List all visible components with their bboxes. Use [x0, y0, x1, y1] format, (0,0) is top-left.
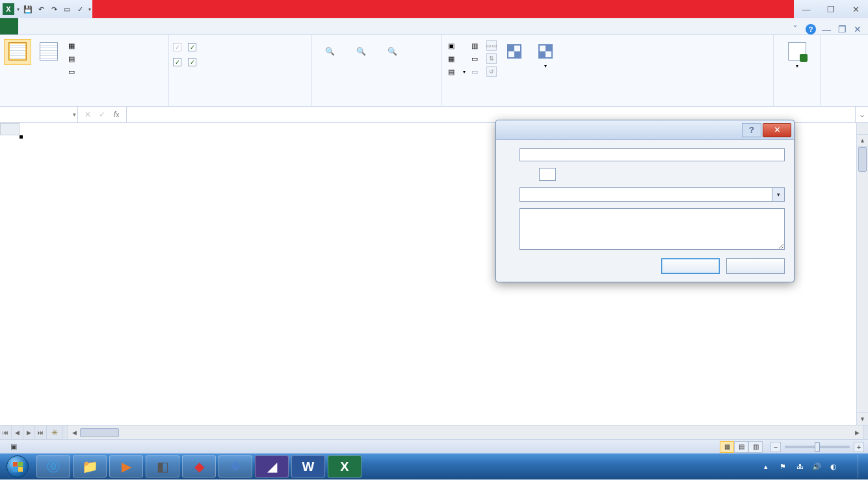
- tray-app-icon[interactable]: ◐: [828, 461, 839, 472]
- taskbar-app-icon-2[interactable]: ◆: [182, 455, 216, 478]
- new-sheet-button[interactable]: ✳: [47, 425, 62, 439]
- fx-icon[interactable]: fx: [111, 109, 122, 120]
- tray-flag-icon[interactable]: ⚑: [777, 461, 789, 472]
- macros-button[interactable]: ▾: [783, 39, 811, 71]
- arrange-all-button[interactable]: ▦: [446, 53, 466, 64]
- tray-show-hidden-icon[interactable]: ▴: [760, 461, 772, 472]
- gridlines-checkbox[interactable]: ✓: [173, 58, 181, 66]
- dialog-help-button[interactable]: ?: [742, 123, 761, 137]
- fx-enter-icon[interactable]: ✓: [96, 109, 108, 120]
- workbook-close-button[interactable]: ✕: [852, 24, 863, 34]
- hscroll-split-handle[interactable]: [863, 425, 868, 439]
- tray-network-icon[interactable]: 🖧: [794, 461, 806, 472]
- qat-customize[interactable]: ▾: [87, 7, 92, 12]
- ok-button[interactable]: [661, 258, 720, 274]
- select-all-button[interactable]: [0, 123, 20, 135]
- ribbon-minimize-icon[interactable]: ˇ: [790, 24, 800, 34]
- help-icon[interactable]: ?: [806, 24, 816, 34]
- normal-view-button[interactable]: [4, 39, 31, 65]
- view-page-layout-icon[interactable]: ▤: [734, 441, 748, 453]
- store-in-combo[interactable]: [519, 187, 772, 202]
- description-textarea[interactable]: [519, 208, 785, 250]
- status-bar: ▣ ▦ ▤ ▥ − +: [0, 439, 868, 453]
- fill-handle[interactable]: [20, 135, 23, 139]
- store-in-dropdown-icon[interactable]: ▾: [772, 187, 785, 202]
- fx-cancel-icon[interactable]: ✕: [82, 109, 94, 120]
- new-window-button[interactable]: ▣: [446, 40, 466, 51]
- taskbar-app-icon-1[interactable]: ◧: [146, 455, 179, 478]
- page-break-view-button[interactable]: ▦: [66, 40, 79, 51]
- taskbar-ie-icon[interactable]: ⓔ: [36, 455, 70, 478]
- scroll-up-icon[interactable]: ▲: [857, 135, 868, 146]
- sheet-nav-prev-icon[interactable]: ◀: [12, 425, 23, 439]
- window-close-button[interactable]: ✕: [843, 0, 868, 18]
- zoom-out-button[interactable]: −: [770, 442, 781, 452]
- formula-bar-checkbox[interactable]: ✓: [188, 43, 196, 51]
- zoom-in-button[interactable]: +: [854, 442, 864, 452]
- horizontal-scroll-thumb[interactable]: [80, 428, 119, 437]
- zoom-to-selection-button[interactable]: 🔍: [378, 39, 406, 65]
- freeze-panes-button[interactable]: ▤▾: [446, 66, 466, 77]
- vertical-scroll-thumb[interactable]: [858, 147, 867, 172]
- scroll-down-icon[interactable]: ▼: [857, 413, 868, 425]
- hide-button[interactable]: ▭: [469, 53, 482, 64]
- qat-app-dropdown[interactable]: ▾: [16, 7, 21, 12]
- custom-views-icon: ▤: [66, 53, 77, 64]
- view-normal-icon[interactable]: ▦: [720, 441, 734, 453]
- save-icon[interactable]: 💾: [22, 3, 34, 15]
- sync-scroll-button[interactable]: ⇅: [486, 53, 497, 64]
- workbook-restore-button[interactable]: ❐: [837, 24, 847, 34]
- cancel-button[interactable]: [726, 258, 785, 274]
- reset-window-pos-button[interactable]: ↺: [486, 66, 497, 77]
- scroll-right-icon[interactable]: ▶: [851, 429, 863, 436]
- custom-qat-icon-1[interactable]: ▭: [61, 3, 73, 15]
- sheet-nav-next-icon[interactable]: ▶: [23, 425, 35, 439]
- taskbar-media-icon[interactable]: ▶: [109, 455, 143, 478]
- sheet-nav-last-icon[interactable]: ⏭: [35, 425, 47, 439]
- window-restore-button[interactable]: ❐: [819, 0, 843, 18]
- save-workspace-button[interactable]: [501, 39, 528, 65]
- zoom-slider[interactable]: [785, 446, 850, 448]
- tray-volume-icon[interactable]: 🔊: [811, 461, 822, 472]
- file-tab[interactable]: [0, 18, 18, 34]
- start-button[interactable]: [0, 453, 35, 479]
- dialog-close-button[interactable]: ✕: [763, 123, 791, 137]
- horizontal-scrollbar[interactable]: ◀ ▶: [68, 425, 863, 439]
- macro-record-status-icon[interactable]: ▣: [10, 442, 17, 451]
- taskbar-app-icon-3[interactable]: ❖: [218, 455, 252, 478]
- tab-split-handle[interactable]: [62, 425, 68, 439]
- window-minimize-button[interactable]: ―: [794, 0, 819, 18]
- taskbar-excel-icon[interactable]: X: [328, 455, 362, 478]
- headings-checkbox[interactable]: ✓: [188, 58, 196, 66]
- vertical-scrollbar[interactable]: ▲ ▼: [856, 123, 868, 425]
- page-layout-view-button[interactable]: [35, 39, 62, 65]
- view-page-break-icon[interactable]: ▥: [748, 441, 763, 453]
- window-title: [92, 0, 794, 18]
- zoom-100-button[interactable]: 🔍: [347, 39, 375, 65]
- split-button[interactable]: ▥: [469, 40, 482, 51]
- taskbar-explorer-icon[interactable]: 📁: [73, 455, 107, 478]
- formula-bar-expand-icon[interactable]: ⌄: [855, 107, 868, 122]
- save-workspace-icon: [507, 44, 521, 59]
- switch-windows-button[interactable]: ▾: [532, 39, 559, 71]
- workbook-minimize-button[interactable]: ―: [821, 24, 832, 34]
- show-desktop-button[interactable]: [858, 455, 864, 478]
- dialog-titlebar[interactable]: ? ✕: [496, 120, 794, 140]
- full-screen-button[interactable]: ▭: [66, 66, 79, 77]
- taskbar-word-icon[interactable]: W: [291, 455, 325, 478]
- scroll-left-icon[interactable]: ◀: [68, 429, 80, 436]
- sheet-nav-first-icon[interactable]: ⏮: [0, 425, 12, 439]
- fx-buttons: ✕ ✓ fx: [78, 107, 127, 122]
- shortcut-key-input[interactable]: [539, 168, 556, 181]
- compare-side-by-side-button[interactable]: ▭▭: [486, 40, 497, 51]
- macro-name-input[interactable]: [519, 148, 785, 161]
- name-box[interactable]: ▾: [0, 107, 78, 122]
- redo-icon[interactable]: ↷: [48, 3, 60, 15]
- undo-icon[interactable]: ↶: [35, 3, 47, 15]
- zoom-slider-knob[interactable]: [815, 442, 820, 452]
- custom-views-button[interactable]: ▤: [66, 53, 79, 64]
- zoom-button[interactable]: 🔍: [316, 39, 343, 65]
- taskbar-app-icon-4[interactable]: ◢: [255, 455, 289, 478]
- custom-qat-icon-2[interactable]: ✓: [74, 3, 86, 15]
- name-box-dropdown-icon[interactable]: ▾: [73, 111, 76, 118]
